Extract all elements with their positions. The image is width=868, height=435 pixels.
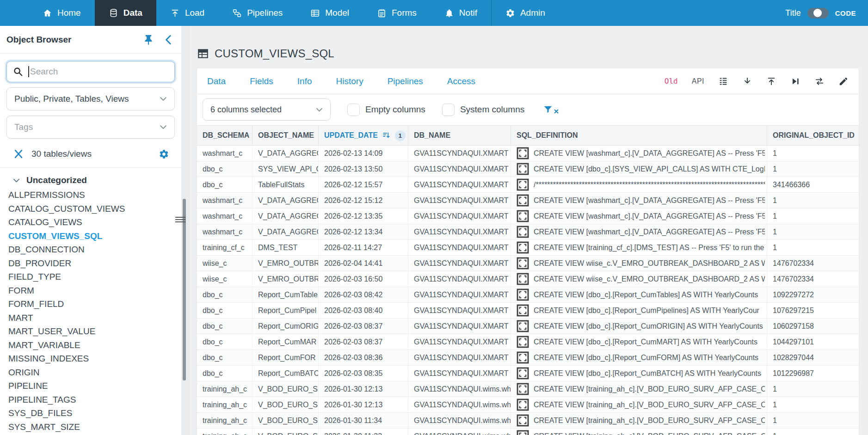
clear-filter-icon[interactable] [13, 148, 24, 159]
empty-columns-toggle[interactable]: Empty columns [347, 104, 425, 116]
tab-info[interactable]: Info [297, 76, 312, 86]
expand-sql-icon[interactable] [517, 414, 529, 427]
columns-select[interactable]: 6 columns selected [203, 98, 331, 121]
sidebar-item-catalog_custom_views[interactable]: CATALOG_CUSTOM_VIEWS [8, 202, 181, 216]
sidebar-item-catalog_views[interactable]: CATALOG_VIEWS [8, 215, 181, 229]
sql-definition-text: CREATE VIEW wiise_c.V_EMRO_OUTBREAK_DASH… [534, 275, 765, 283]
splitter-grip-icon[interactable] [175, 214, 185, 225]
sidebar-item-pipeline_tags[interactable]: PIPELINE_TAGS [8, 393, 181, 407]
pin-icon[interactable] [142, 34, 154, 46]
sidebar-scrollbar-thumb[interactable] [183, 199, 186, 380]
nav-item-model[interactable]: Model [296, 0, 363, 26]
visibility-filter-select[interactable]: Public, Private, Tables, Views [6, 87, 175, 110]
sidebar-item-sys_db_files[interactable]: SYS_DB_FILES [8, 406, 181, 420]
table-row: training_ah_cV_BOD_EURO_SU2026-01-30 12:… [197, 397, 859, 413]
expand-sql-icon[interactable] [517, 210, 529, 222]
empty-columns-checkbox[interactable] [347, 104, 360, 116]
search-input[interactable] [6, 61, 175, 82]
tags-select[interactable]: Tags [6, 116, 175, 139]
sidebar-item-mart_user_value[interactable]: MART_USER_VALUE [8, 325, 181, 338]
nav-item-data[interactable]: Data [95, 0, 156, 26]
cell-update-date: 2026-01-30 12:13 [319, 381, 408, 397]
download-icon[interactable] [742, 76, 752, 86]
old-button[interactable]: Old [665, 77, 678, 86]
column-header-date[interactable]: UPDATE_DATE1 [319, 126, 408, 145]
nav-item-forms[interactable]: Forms [363, 0, 431, 26]
expand-sql-icon[interactable] [517, 273, 529, 285]
expand-sql-icon[interactable] [517, 320, 529, 332]
expand-sql-icon[interactable] [517, 367, 529, 380]
expand-sql-icon[interactable] [517, 430, 529, 435]
cell-original-object-id: 1 [767, 193, 859, 208]
table-view-icon[interactable] [718, 76, 728, 86]
nav-item-notif[interactable]: Notif [431, 0, 491, 26]
expand-sql-icon[interactable] [517, 163, 529, 175]
expand-sql-icon[interactable] [517, 288, 529, 301]
tables-count-row: 30 tables/views [6, 146, 175, 162]
table-row: dbo_cReport_CumFOR2026-02-03 08:36GVA11S… [197, 350, 859, 366]
upload-top-icon[interactable] [766, 76, 776, 86]
sidebar-item-allpermissions[interactable]: ALLPERMISSIONS [8, 188, 181, 202]
panel-splitter[interactable] [181, 26, 190, 435]
expand-sql-icon[interactable] [517, 383, 529, 395]
table-row: washmart_cV_DATA_AGGREG2026-02-12 13:35G… [197, 208, 859, 224]
expand-sql-icon[interactable] [517, 194, 529, 207]
sidebar-item-origin[interactable]: ORIGIN [8, 366, 181, 380]
skip-end-icon[interactable] [790, 76, 800, 86]
page-title: CUSTOM_VIEWS_SQL [215, 47, 334, 60]
expand-sql-icon[interactable] [517, 257, 529, 270]
nav-item-load[interactable]: Load [156, 0, 218, 26]
column-header-schema[interactable]: DB_SCHEMA [197, 126, 252, 145]
column-header-sql[interactable]: SQL_DEFINITION [511, 126, 767, 145]
nav-item-home[interactable]: Home [29, 0, 95, 26]
nav-item-admin[interactable]: Admin [491, 0, 559, 26]
expand-sql-icon[interactable] [517, 241, 529, 254]
expand-sql-icon[interactable] [517, 147, 529, 159]
text-caret [28, 66, 29, 77]
table-icon [197, 48, 209, 60]
tab-data[interactable]: Data [207, 76, 226, 86]
sidebar-item-custom_views_sql[interactable]: CUSTOM_VIEWS_SQL [8, 229, 181, 243]
sidebar-item-form[interactable]: FORM [8, 284, 181, 298]
tab-access[interactable]: Access [447, 76, 475, 86]
expand-sql-icon[interactable] [517, 304, 529, 317]
sidebar-item-sys_mart_size[interactable]: SYS_MART_SIZE [8, 420, 181, 434]
expand-sql-icon[interactable] [517, 398, 529, 411]
expand-sql-icon[interactable] [517, 336, 529, 348]
expand-sql-icon[interactable] [517, 178, 529, 191]
edit-icon[interactable] [838, 76, 849, 86]
cell-sql-definition: CREATE VIEW [training_ah_c].[V_BOD_EURO_… [511, 397, 767, 412]
sidebar-item-mart_variable[interactable]: MART_VARIABLE [8, 338, 181, 352]
tab-history[interactable]: History [336, 76, 363, 86]
data-table: DB_SCHEMAOBJECT_NAMEUPDATE_DATE1DB_NAMES… [197, 125, 859, 435]
object-browser-title: Object Browser [6, 35, 134, 45]
sidebar-item-pipeline[interactable]: PIPELINE [8, 379, 181, 393]
sidebar-item-mart[interactable]: MART [8, 311, 181, 325]
sidebar-item-field_type[interactable]: FIELD_TYPE [8, 270, 181, 284]
cell-db-schema: training_cf_c [197, 240, 252, 255]
clear-column-filter-button[interactable] [543, 104, 559, 115]
group-uncategorized[interactable]: Uncategorized [0, 168, 181, 188]
cell-sql-definition: CREATE VIEW [training_ah_c].[V_BOD_EURO_… [511, 429, 767, 435]
tab-fields[interactable]: Fields [250, 76, 273, 86]
expand-sql-icon[interactable] [517, 351, 529, 364]
sidebar-item-missing_indexes[interactable]: MISSING_INDEXES [8, 352, 181, 366]
sidebar-item-db_provider[interactable]: DB_PROVIDER [8, 257, 181, 270]
cell-db-schema: dbo_c [197, 319, 252, 334]
nav-item-pipelines[interactable]: Pipelines [218, 0, 296, 26]
column-header-object[interactable]: OBJECT_NAME [252, 126, 319, 145]
system-columns-checkbox[interactable] [442, 104, 455, 116]
api-button[interactable]: API [692, 77, 704, 86]
tabs: DataFieldsInfoHistoryPipelinesAccess [207, 76, 665, 86]
sidebar-item-db_connection[interactable]: DB_CONNECTION [8, 243, 181, 257]
sidebar-item-form_field[interactable]: FORM_FIELD [8, 297, 181, 311]
gear-icon[interactable] [159, 149, 169, 159]
title-code-toggle[interactable] [807, 8, 829, 18]
chevron-left-icon[interactable] [163, 34, 175, 46]
column-header-db[interactable]: DB_NAME [408, 126, 511, 145]
transfer-icon[interactable] [814, 76, 825, 86]
column-header-id[interactable]: ORIGINAL_OBJECT_ID [767, 126, 859, 145]
tab-pipelines[interactable]: Pipelines [388, 76, 423, 86]
system-columns-toggle[interactable]: System columns [442, 104, 524, 116]
expand-sql-icon[interactable] [517, 226, 529, 238]
